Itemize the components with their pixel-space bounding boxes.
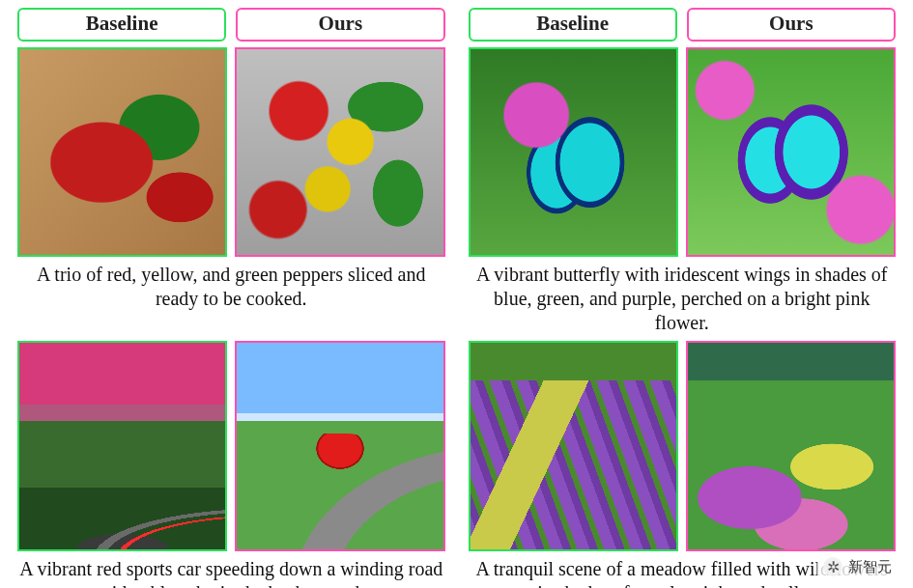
image-baseline-butterfly xyxy=(469,47,678,257)
image-ours-meadow xyxy=(686,341,896,550)
cell-row2-left: A vibrant red sports car speeding down a… xyxy=(17,341,445,588)
image-baseline-car xyxy=(17,341,227,550)
caption: A vibrant butterfly with iridescent wing… xyxy=(469,263,897,335)
cell-row1-left: Baseline Ours A trio of red, yellow, and… xyxy=(17,8,445,335)
image-pair xyxy=(469,341,897,550)
column-headers-right: Baseline Ours xyxy=(469,8,897,42)
cell-row1-right: Baseline Ours A vibrant butterfly with i… xyxy=(469,8,897,335)
header-baseline: Baseline xyxy=(17,8,226,42)
header-ours: Ours xyxy=(687,8,896,42)
caption: A vibrant red sports car speeding down a… xyxy=(17,557,445,588)
image-ours-butterfly xyxy=(686,47,896,257)
cell-row2-right: A tranquil scene of a meadow filled with… xyxy=(469,341,897,588)
image-baseline-peppers xyxy=(17,47,227,257)
caption: A tranquil scene of a meadow filled with… xyxy=(469,557,897,588)
header-baseline: Baseline xyxy=(469,8,677,42)
image-pair xyxy=(17,47,445,257)
header-ours: Ours xyxy=(236,8,444,42)
image-pair xyxy=(469,47,897,257)
caption: A trio of red, yellow, and green peppers… xyxy=(17,263,445,311)
image-pair xyxy=(17,341,445,550)
column-headers-left: Baseline Ours xyxy=(17,8,445,42)
image-ours-car xyxy=(235,341,444,550)
comparison-grid: Baseline Ours A trio of red, yellow, and… xyxy=(17,8,896,588)
image-ours-peppers xyxy=(235,47,444,257)
image-baseline-meadow xyxy=(469,341,678,550)
